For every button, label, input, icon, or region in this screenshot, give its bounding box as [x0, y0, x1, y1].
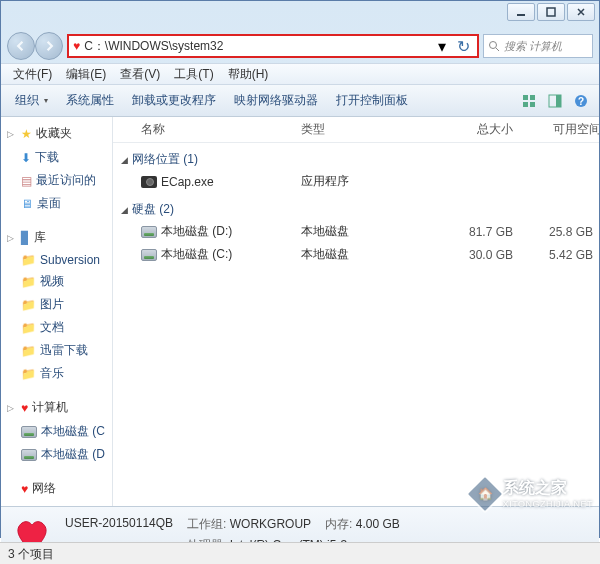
menu-file[interactable]: 文件(F) [7, 64, 58, 85]
open-control-panel-button[interactable]: 打开控制面板 [328, 89, 416, 112]
toolbar: 组织 系统属性 卸载或更改程序 映射网络驱动器 打开控制面板 ? [1, 85, 599, 117]
forward-button[interactable] [35, 32, 63, 60]
address-text: C：\WINDOWS\system32 [84, 38, 431, 55]
sidebar-item-drive-d[interactable]: 本地磁盘 (D [1, 443, 112, 466]
col-free[interactable]: 可用空间 [531, 121, 599, 138]
svg-rect-3 [523, 95, 528, 100]
status-bar: 3 个项目 [0, 542, 600, 564]
back-button[interactable] [7, 32, 35, 60]
download-icon: ⬇ [21, 151, 31, 165]
section-header[interactable]: ◢网络位置 (1) [121, 149, 599, 170]
svg-point-2 [490, 42, 497, 49]
music-icon: 📁 [21, 367, 36, 381]
collapse-icon[interactable]: ▷ [7, 233, 14, 243]
section-header[interactable]: ◢硬盘 (2) [121, 199, 599, 220]
list-item[interactable]: 本地磁盘 (D:) 本地磁盘 81.7 GB 25.8 GB [121, 220, 599, 243]
svg-text:?: ? [578, 96, 584, 107]
map-network-drive-button[interactable]: 映射网络驱动器 [226, 89, 326, 112]
menu-edit[interactable]: 编辑(E) [60, 64, 112, 85]
column-headers: 名称 类型 总大小 可用空间 [113, 117, 599, 143]
list-item[interactable]: 本地磁盘 (C:) 本地磁盘 30.0 GB 5.42 GB [121, 243, 599, 266]
camera-icon [141, 176, 157, 188]
explorer-window: ♥ C：\WINDOWS\system32 ▾ ↻ 搜索 计算机 文件(F) 编… [0, 0, 600, 538]
view-mode-button[interactable] [517, 89, 541, 113]
heart-icon: ♥ [21, 401, 28, 415]
col-name[interactable]: 名称 [141, 121, 301, 138]
recent-icon: ▤ [21, 174, 32, 188]
menu-view[interactable]: 查看(V) [114, 64, 166, 85]
section-hard-drives: ◢硬盘 (2) 本地磁盘 (D:) 本地磁盘 81.7 GB 25.8 GB 本… [113, 193, 599, 266]
sidebar-network[interactable]: ♥网络 [1, 476, 112, 501]
refresh-button[interactable]: ↻ [453, 37, 473, 56]
svg-rect-8 [556, 95, 561, 107]
menu-help[interactable]: 帮助(H) [222, 64, 275, 85]
search-icon [488, 40, 500, 52]
menubar: 文件(F) 编辑(E) 查看(V) 工具(T) 帮助(H) [1, 63, 599, 85]
drive-icon [21, 449, 37, 461]
uninstall-programs-button[interactable]: 卸载或更改程序 [124, 89, 224, 112]
preview-pane-button[interactable] [543, 89, 567, 113]
section-network-locations: ◢网络位置 (1) ECap.exe 应用程序 [113, 143, 599, 193]
collapse-icon[interactable]: ▷ [7, 129, 14, 139]
search-input[interactable]: 搜索 计算机 [483, 34, 593, 58]
sidebar-item-subversion[interactable]: 📁Subversion [1, 250, 112, 270]
organize-button[interactable]: 组织 [7, 89, 56, 112]
drive-icon [21, 426, 37, 438]
menu-tools[interactable]: 工具(T) [168, 64, 219, 85]
list-item[interactable]: ECap.exe 应用程序 [121, 170, 599, 193]
folder-icon: 📁 [21, 253, 36, 267]
svg-rect-0 [517, 14, 525, 16]
sidebar-item-downloads[interactable]: ⬇下载 [1, 146, 112, 169]
video-icon: 📁 [21, 275, 36, 289]
chevron-down-icon: ◢ [121, 205, 128, 215]
maximize-button[interactable] [537, 3, 565, 21]
computer-name: USER-20150114QB [65, 516, 173, 533]
sidebar-item-music[interactable]: 📁音乐 [1, 362, 112, 385]
col-size[interactable]: 总大小 [421, 121, 531, 138]
sidebar-item-desktop[interactable]: 🖥桌面 [1, 192, 112, 215]
drive-icon [141, 226, 157, 238]
address-bar[interactable]: ♥ C：\WINDOWS\system32 ▾ ↻ [67, 34, 479, 58]
nav-row: ♥ C：\WINDOWS\system32 ▾ ↻ 搜索 计算机 [1, 29, 599, 63]
desktop-icon: 🖥 [21, 197, 33, 211]
col-type[interactable]: 类型 [301, 121, 421, 138]
sidebar-item-recent[interactable]: ▤最近访问的 [1, 169, 112, 192]
svg-rect-4 [530, 95, 535, 100]
sidebar-item-thunder[interactable]: 📁迅雷下载 [1, 339, 112, 362]
sidebar: ▷★收藏夹 ⬇下载 ▤最近访问的 🖥桌面 ▷▊库 📁Subversion 📁视频… [1, 117, 113, 506]
sidebar-libraries[interactable]: ▷▊库 [1, 225, 112, 250]
svg-rect-6 [530, 102, 535, 107]
document-icon: 📁 [21, 321, 36, 335]
sidebar-favorites[interactable]: ▷★收藏夹 [1, 121, 112, 146]
minimize-button[interactable] [507, 3, 535, 21]
chevron-down-icon: ◢ [121, 155, 128, 165]
folder-icon: 📁 [21, 344, 36, 358]
search-placeholder: 搜索 计算机 [504, 39, 562, 54]
address-dropdown[interactable]: ▾ [435, 36, 449, 56]
heart-icon: ♥ [73, 39, 80, 53]
sidebar-item-pictures[interactable]: 📁图片 [1, 293, 112, 316]
svg-rect-1 [547, 8, 555, 16]
sidebar-item-videos[interactable]: 📁视频 [1, 270, 112, 293]
sidebar-item-drive-c[interactable]: 本地磁盘 (C [1, 420, 112, 443]
close-button[interactable] [567, 3, 595, 21]
collapse-icon[interactable]: ▷ [7, 403, 14, 413]
titlebar [1, 1, 599, 29]
picture-icon: 📁 [21, 298, 36, 312]
item-count: 3 个项目 [8, 547, 54, 561]
sidebar-computer[interactable]: ▷♥计算机 [1, 395, 112, 420]
library-icon: ▊ [21, 231, 30, 245]
star-icon: ★ [21, 127, 32, 141]
body-area: ▷★收藏夹 ⬇下载 ▤最近访问的 🖥桌面 ▷▊库 📁Subversion 📁视频… [1, 117, 599, 507]
drive-icon [141, 249, 157, 261]
help-button[interactable]: ? [569, 89, 593, 113]
system-properties-button[interactable]: 系统属性 [58, 89, 122, 112]
heart-icon: ♥ [21, 482, 28, 496]
main-content: 名称 类型 总大小 可用空间 ◢网络位置 (1) ECap.exe 应用程序 ◢… [113, 117, 599, 506]
svg-rect-5 [523, 102, 528, 107]
sidebar-item-documents[interactable]: 📁文档 [1, 316, 112, 339]
